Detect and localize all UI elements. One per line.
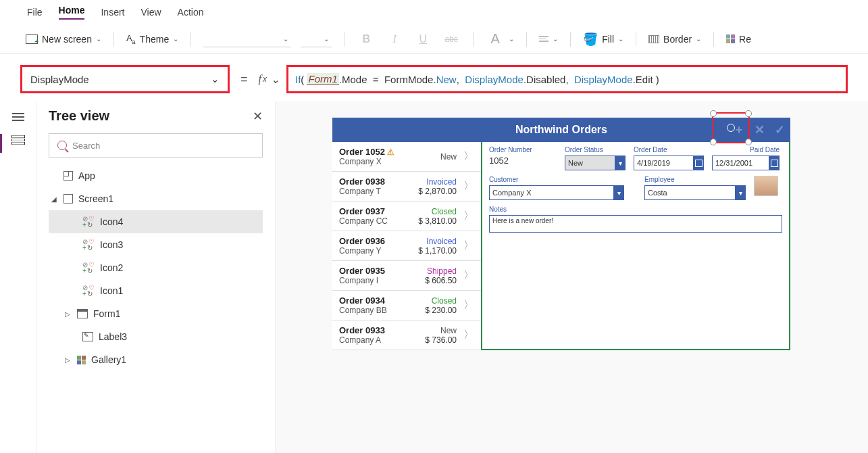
tree-view-rail-icon[interactable] [11, 134, 25, 145]
formula-ref: Form1 [307, 73, 338, 85]
order-list-item[interactable]: Order 0938Company TInvoiced$ 2,870.00〉 [332, 172, 481, 201]
formula-row: DisplayMode ⌄ = fx⌄ If( Form1.Mode = For… [0, 54, 868, 101]
chevron-down-icon: ▾ [613, 185, 624, 200]
form-area: Order Number 1052 Order Status New▾ Orde… [481, 142, 790, 350]
theme-button[interactable]: Aa Theme ⌄ [126, 33, 178, 45]
font-size-select[interactable]: ⌄ [301, 31, 332, 47]
chevron-right-icon: 〉 [461, 179, 474, 193]
main-area: Tree view✕ Search App ◢Screen1 ⊘♡+↻ Icon… [0, 101, 868, 453]
tree-node-app[interactable]: App [49, 164, 263, 187]
order-list[interactable]: Order 1052 ⚠Company XNew〉Order 0938Compa… [332, 142, 481, 350]
order-status-select[interactable]: New▾ [565, 156, 626, 170]
order-list-item[interactable]: Order 1052 ⚠Company XNew〉 [332, 142, 481, 172]
chevron-down-icon: ▾ [615, 156, 626, 170]
order-number-value: 1052 [489, 156, 557, 166]
order-list-item[interactable]: Order 0937Company CCClosed$ 3,810.00〉 [332, 201, 481, 231]
property-selector-value: DisplayMode [30, 74, 89, 85]
paid-date-input[interactable]: 12/31/2001 [712, 156, 780, 170]
label-icon: ✎ [82, 332, 93, 341]
tree-node-form1[interactable]: ▷Form1 [49, 302, 263, 325]
tree-panel: Tree view✕ Search App ◢Screen1 ⊘♡+↻ Icon… [36, 101, 276, 453]
new-screen-button[interactable]: + New screen ⌄ [26, 34, 101, 45]
tree-node-icon2[interactable]: ⊘♡+↻ Icon2 [49, 256, 263, 279]
notes-label: Notes [489, 206, 782, 213]
employee-label: Employee [644, 176, 746, 183]
order-date-input[interactable]: 4/19/2019 [634, 156, 704, 170]
order-list-item[interactable]: Order 0934Company BBClosed$ 230.00〉 [332, 291, 481, 320]
tree-node-icon3[interactable]: ⊘♡+↻ Icon3 [49, 233, 263, 256]
icon-stack-icon: ⊘♡+↻ [82, 285, 95, 297]
customer-label: Customer [489, 176, 624, 183]
canvas[interactable]: Northwind Orders + ✕ ✓ Order 1052 ⚠Compa… [276, 101, 868, 453]
tree: App ◢Screen1 ⊘♡+↻ Icon4 ⊘♡+↻ Icon3 ⊘♡+↻ … [49, 164, 263, 371]
tree-search-input[interactable]: Search [49, 133, 263, 158]
notes-input[interactable]: Here is a new order! [489, 215, 782, 233]
menu-view[interactable]: View [141, 7, 161, 18]
icon-stack-icon: ⊘♡+↻ [82, 262, 95, 274]
menu-home[interactable]: Home [59, 5, 85, 20]
order-date-label: Order Date [634, 146, 704, 153]
menu-insert[interactable]: Insert [101, 7, 124, 18]
icon-stack-icon: ⊘♡+↻ [82, 239, 95, 251]
fx-button[interactable]: fx⌄ [259, 73, 280, 86]
tree-node-gallery1[interactable]: ▷Gallery1 [49, 348, 263, 371]
underline-button[interactable]: U [413, 30, 432, 49]
font-family-select[interactable]: ⌄ [203, 31, 291, 47]
gallery-icon [77, 356, 86, 364]
reorder-label: Re [739, 34, 751, 45]
search-placeholder: Search [72, 141, 100, 151]
chevron-right-icon: 〉 [461, 268, 474, 283]
screen-icon: + [26, 34, 38, 44]
chevron-down-icon: ⌄ [211, 73, 220, 85]
customer-select[interactable]: Company X▾ [489, 185, 624, 200]
chevron-right-icon: 〉 [461, 298, 474, 312]
equals-label: = [236, 72, 252, 87]
left-rail [0, 101, 36, 453]
order-list-item[interactable]: Order 0933Company ANew$ 736.00〉 [332, 320, 481, 350]
border-icon [648, 35, 659, 43]
accent-indicator [0, 134, 2, 153]
menu-bar: File Home Insert View Action [0, 0, 868, 24]
chevron-right-icon: 〉 [461, 209, 474, 223]
tree-node-icon4[interactable]: ⊘♡+↻ Icon4 [49, 210, 263, 233]
tree-node-label3[interactable]: ✎Label3 [49, 325, 263, 348]
menu-file[interactable]: File [27, 7, 43, 18]
chevron-right-icon: 〉 [461, 149, 474, 164]
font-color-button[interactable]: A⌄ [486, 30, 514, 49]
align-button[interactable]: ⌄ [539, 35, 558, 43]
order-status-label: Order Status [565, 146, 626, 153]
selection-box[interactable] [712, 112, 750, 143]
accept-icon[interactable]: ✓ [773, 123, 786, 137]
app-icon [63, 171, 73, 181]
formula-bar[interactable]: If( Form1.Mode = FormMode.New, DisplayMo… [286, 65, 848, 93]
order-list-item[interactable]: Order 0935Company IShipped$ 606.50〉 [332, 261, 481, 291]
theme-icon: Aa [126, 33, 136, 45]
calendar-icon [769, 156, 780, 170]
screen-icon [63, 194, 73, 204]
menu-action[interactable]: Action [178, 7, 204, 18]
reorder-button[interactable]: Re [726, 34, 751, 45]
close-icon[interactable]: ✕ [253, 109, 263, 124]
border-button[interactable]: Border ⌄ [648, 34, 701, 45]
theme-label: Theme [140, 34, 170, 45]
border-label: Border [663, 34, 692, 45]
fill-button[interactable]: 🪣 Fill ⌄ [583, 32, 623, 47]
cancel-icon[interactable]: ✕ [752, 123, 766, 137]
paid-date-label: Paid Date [712, 146, 780, 153]
italic-button[interactable]: I [385, 30, 404, 49]
form-icon [77, 309, 88, 318]
tree-node-screen1[interactable]: ◢Screen1 [49, 187, 263, 210]
strikethrough-button[interactable]: abc [442, 30, 461, 49]
employee-select[interactable]: Costa▾ [644, 185, 746, 200]
hamburger-icon[interactable] [12, 111, 24, 123]
property-selector[interactable]: DisplayMode ⌄ [20, 65, 230, 93]
employee-avatar [754, 176, 778, 196]
chevron-down-icon: ⌄ [173, 35, 178, 43]
chevron-right-icon: 〉 [461, 239, 474, 253]
bold-button[interactable]: B [357, 30, 376, 49]
order-list-item[interactable]: Order 0936Company YInvoiced$ 1,170.00〉 [332, 231, 481, 261]
tree-node-icon1[interactable]: ⊘♡+↻ Icon1 [49, 279, 263, 302]
app-title: Northwind Orders [515, 124, 607, 136]
font-color-icon: A [486, 30, 505, 49]
calendar-icon [693, 156, 704, 170]
